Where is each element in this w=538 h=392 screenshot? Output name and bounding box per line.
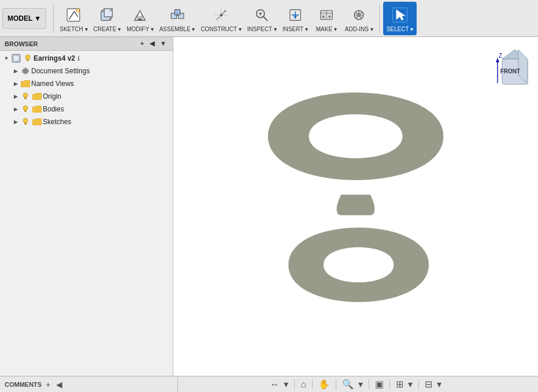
- nav-divider-3: [336, 379, 336, 390]
- svg-line-8: [101, 9, 104, 12]
- construct-icon: [211, 5, 232, 25]
- svg-rect-39: [13, 55, 19, 61]
- tree-arrow-origin[interactable]: [12, 92, 20, 100]
- nav-layout-dropdown-icon[interactable]: ▾: [436, 379, 443, 390]
- viewcube[interactable]: Z FRONT: [486, 43, 532, 89]
- tree-item-doc-settings[interactable]: Document Settings: [0, 65, 173, 77]
- svg-rect-11: [138, 18, 142, 20]
- tree-arrow-named-views[interactable]: [12, 80, 20, 88]
- tree-icon-folder-bodies: [32, 104, 42, 114]
- nav-divider-1: [294, 379, 295, 390]
- make-icon: [316, 5, 337, 25]
- tree-arrow-doc-settings[interactable]: [12, 67, 20, 75]
- tree-label-origin: Origin: [43, 92, 61, 100]
- tree-icon-bulb-sketches: [21, 117, 30, 126]
- construct-group[interactable]: CONSTRUCT ▾: [198, 2, 243, 35]
- tree-label-doc-settings: Document Settings: [31, 67, 90, 75]
- tree-icon-bulb-origin: [21, 92, 30, 101]
- svg-text:Z: Z: [499, 53, 502, 59]
- tree-item-bodies[interactable]: Bodies: [0, 103, 173, 115]
- nav-grid-icon[interactable]: ⊞: [395, 379, 405, 390]
- construct-label: CONSTRUCT ▾: [201, 26, 241, 32]
- svg-point-33: [322, 15, 325, 18]
- comments-label: COMMENTS: [5, 381, 42, 388]
- tree-icon-gear: [21, 66, 30, 76]
- svg-point-43: [23, 93, 28, 98]
- select-icon: [389, 5, 410, 25]
- sketch-group[interactable]: SKETCH ▾: [57, 2, 90, 35]
- tree-label-root: Earrings4 v2: [34, 54, 75, 62]
- shape-3d: [173, 37, 538, 376]
- nav-zoom-dropdown-icon[interactable]: ▾: [357, 379, 364, 390]
- tree-icon-folder-named-views: [21, 79, 30, 88]
- tree-icon-folder-sketches: [32, 117, 42, 126]
- svg-rect-44: [24, 98, 27, 99]
- svg-rect-46: [24, 110, 27, 112]
- model-arrow: ▼: [34, 14, 41, 23]
- browser-tree: Earrings4 v2 ℹ Document Settings Named V…: [0, 51, 173, 376]
- tree-icon-info: ℹ: [77, 55, 80, 62]
- nav-divider-4: [369, 379, 369, 390]
- addins-icon: [348, 5, 369, 25]
- nav-divider-2: [312, 379, 313, 390]
- tree-item-sketches[interactable]: Sketches: [0, 115, 173, 128]
- assemble-icon: [167, 5, 188, 25]
- make-label: MAKE ▾: [316, 26, 337, 32]
- tree-label-named-views: Named Views: [31, 80, 74, 88]
- browser-title: BROWSER: [5, 40, 38, 47]
- make-group[interactable]: MAKE ▾: [311, 2, 342, 35]
- tree-arrow-root[interactable]: [2, 54, 10, 62]
- insert-icon: [285, 5, 306, 25]
- svg-marker-21: [224, 10, 225, 12]
- browser-add-btn[interactable]: +: [139, 40, 146, 47]
- select-group[interactable]: SELECT ▾: [383, 2, 417, 35]
- model-menu[interactable]: MODEL ▼: [2, 8, 46, 29]
- create-label: CREATE ▾: [94, 26, 121, 32]
- nav-zoom-icon[interactable]: 🔍: [341, 379, 355, 390]
- nav-divider-6: [418, 379, 419, 390]
- browser-controls: + ◀ ▼: [139, 40, 168, 47]
- inspect-icon: [251, 5, 272, 25]
- insert-label: INSERT ▾: [283, 26, 308, 32]
- svg-text:FRONT: FRONT: [500, 68, 520, 74]
- browser-panel: BROWSER + ◀ ▼ Earrings4 v2 ℹ: [0, 37, 173, 376]
- nav-layout-icon[interactable]: ⊟: [424, 379, 433, 390]
- main-toolbar: MODEL ▼ SKETCH ▾ C: [0, 0, 538, 37]
- svg-rect-41: [27, 59, 29, 61]
- addins-label: ADD-INS ▾: [345, 26, 373, 32]
- tree-arrow-sketches[interactable]: [12, 118, 20, 126]
- tree-item-named-views[interactable]: Named Views: [0, 77, 173, 90]
- svg-point-47: [23, 118, 28, 123]
- assemble-group[interactable]: ASSEMBLE ▾: [157, 2, 198, 35]
- toolbar-separator-2: [379, 4, 380, 33]
- viewport[interactable]: Z FRONT: [173, 37, 538, 376]
- statusbar: COMMENTS + ◀ ↔ ▾ ⌂ ✋ 🔍 ▾ ▣ ⊞ ▾ ⊟ ▾: [0, 376, 538, 392]
- select-label: SELECT ▾: [387, 26, 414, 32]
- nav-display-icon[interactable]: ▣: [374, 379, 385, 390]
- addins-group[interactable]: ADD-INS ▾: [343, 2, 376, 35]
- modify-group[interactable]: MODIFY ▾: [124, 2, 155, 35]
- comments-add-btn[interactable]: +: [44, 380, 52, 389]
- nav-grid-dropdown-icon[interactable]: ▾: [407, 379, 414, 390]
- nav-divider-5: [389, 379, 390, 390]
- browser-expand-btn[interactable]: ▼: [158, 40, 168, 47]
- sketch-label: SKETCH ▾: [60, 26, 87, 32]
- nav-rotate-icon[interactable]: ↔: [269, 379, 280, 390]
- tree-label-bodies: Bodies: [43, 105, 64, 113]
- tree-arrow-bodies[interactable]: [12, 105, 20, 113]
- tree-item-root[interactable]: Earrings4 v2 ℹ: [0, 52, 173, 65]
- comments-collapse-btn[interactable]: ◀: [54, 380, 64, 389]
- nav-dropdown-icon[interactable]: ▾: [283, 379, 290, 390]
- assemble-label: ASSEMBLE ▾: [159, 26, 195, 32]
- nav-pan-icon[interactable]: ✋: [317, 379, 331, 390]
- insert-group[interactable]: INSERT ▾: [280, 2, 310, 35]
- tree-label-sketches: Sketches: [43, 118, 71, 126]
- tree-icon-folder-origin: [32, 92, 42, 101]
- inspect-group[interactable]: INSPECT ▾: [245, 2, 279, 35]
- statusbar-left: COMMENTS + ◀: [5, 376, 178, 392]
- create-group[interactable]: CREATE ▾: [91, 2, 124, 35]
- browser-collapse-btn[interactable]: ◀: [148, 40, 156, 47]
- model-label: MODEL: [8, 14, 32, 23]
- nav-home-icon[interactable]: ⌂: [299, 379, 307, 390]
- tree-item-origin[interactable]: Origin: [0, 90, 173, 103]
